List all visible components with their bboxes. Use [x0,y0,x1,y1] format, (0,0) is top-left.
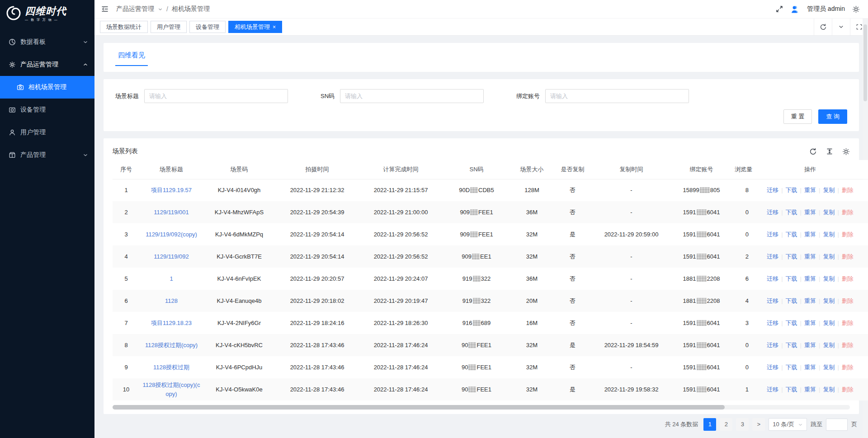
breadcrumb-parent[interactable]: 产品运营管理 [116,5,154,13]
action-download-link[interactable]: 下载 [786,342,797,349]
tabbar: 场景数据统计用户管理设备管理相机场景管理× [94,18,868,36]
action-delete-link[interactable]: 删除 [842,253,854,260]
reset-button[interactable]: 重 置 [783,109,812,124]
horizontal-scrollbar[interactable] [113,405,850,410]
tab-0[interactable]: 场景数据统计 [100,21,148,33]
action-migrate-link[interactable]: 迁移 [767,253,778,260]
filter-input-2[interactable] [545,89,689,103]
scene-title-link[interactable]: 1129/119/092(copy) [146,231,197,238]
scene-title-link[interactable]: 项目1129.18.23 [151,320,192,326]
action-copy-link[interactable]: 复制 [823,275,835,282]
filter-input-1[interactable] [340,89,484,103]
action-download-link[interactable]: 下载 [786,253,797,260]
action-delete-link[interactable]: 删除 [842,364,854,371]
action-download-link[interactable]: 下载 [786,297,797,304]
page-size-select[interactable]: 10 条/页 [769,418,807,431]
page-button-1[interactable]: 1 [703,418,716,431]
action-copy-link[interactable]: 复制 [823,342,835,349]
action-copy-link[interactable]: 复制 [823,386,835,393]
user-avatar-icon[interactable] [790,5,800,14]
action-migrate-link[interactable]: 迁移 [767,342,778,349]
action-delete-link[interactable]: 删除 [842,187,854,193]
action-delete-link[interactable]: 删除 [842,275,854,282]
filter-input-0[interactable] [144,89,288,103]
sidebar-item-camera-scene[interactable]: 相机场景管理 [0,76,94,99]
scene-title-link[interactable]: 1129/119/001 [154,209,189,216]
action-download-link[interactable]: 下载 [786,231,797,238]
action-copy-link[interactable]: 复制 [823,187,835,193]
settings-gear-icon[interactable] [852,5,860,13]
scene-title-link[interactable]: 1 [170,275,173,282]
action-copy-link[interactable]: 复制 [823,231,835,238]
sidebar-collapse-icon[interactable] [101,5,109,13]
action-recompute-link[interactable]: 重算 [804,297,816,304]
action-copy-link[interactable]: 复制 [823,297,835,304]
scene-title-link[interactable]: 1128授权过期(copy)(copy) [143,381,200,397]
tab-1[interactable]: 用户管理 [151,21,187,33]
scene-title-link[interactable]: 1128授权过期(copy) [145,342,198,349]
tab-siwei-kanjian[interactable]: 四维看见 [115,50,148,66]
action-recompute-link[interactable]: 重算 [804,342,816,349]
action-delete-link[interactable]: 删除 [842,297,854,304]
action-download-link[interactable]: 下载 [786,209,797,216]
action-recompute-link[interactable]: 重算 [804,187,816,193]
scene-title-link[interactable]: 1128 [165,297,178,304]
action-recompute-link[interactable]: 重算 [804,209,816,216]
action-download-link[interactable]: 下载 [786,187,797,193]
vertical-scrollbar-thumb[interactable] [863,24,867,101]
sidebar-item-dashboard[interactable]: 数据看板 [0,31,94,53]
action-migrate-link[interactable]: 迁移 [767,187,778,193]
scene-title-link[interactable]: 项目1129.19.57 [151,187,192,193]
scene-title-link[interactable]: 1129/119/092 [154,253,189,260]
page-button-2[interactable]: 2 [720,418,732,431]
action-migrate-link[interactable]: 迁移 [767,209,778,216]
tab-2[interactable]: 设备管理 [189,21,226,33]
scene-title-link[interactable]: 1128授权过期 [153,364,189,371]
table-settings-gear-icon[interactable] [842,148,850,155]
action-delete-link[interactable]: 删除 [842,320,854,326]
cell-views: 3 [732,312,752,334]
action-recompute-link[interactable]: 重算 [804,364,816,371]
column-height-icon[interactable] [826,148,833,155]
jump-page-input[interactable] [826,419,848,431]
action-recompute-link[interactable]: 重算 [804,320,816,326]
action-copy-link[interactable]: 复制 [823,209,835,216]
action-delete-link[interactable]: 删除 [842,209,854,216]
action-download-link[interactable]: 下载 [786,386,797,393]
action-recompute-link[interactable]: 重算 [804,253,816,260]
action-recompute-link[interactable]: 重算 [804,231,816,238]
action-recompute-link[interactable]: 重算 [804,275,816,282]
breadcrumb-current[interactable]: 相机场景管理 [172,5,210,13]
action-download-link[interactable]: 下载 [786,320,797,326]
close-icon[interactable]: × [273,24,276,30]
fullscreen-icon[interactable] [776,5,783,13]
action-copy-link[interactable]: 复制 [823,320,835,326]
sidebar-item-product-ops[interactable]: 产品运营管理 [0,53,94,76]
username[interactable]: 管理员 admin [807,5,845,13]
action-copy-link[interactable]: 复制 [823,364,835,371]
action-copy-link[interactable]: 复制 [823,253,835,260]
action-migrate-link[interactable]: 迁移 [767,231,778,238]
action-migrate-link[interactable]: 迁移 [767,297,778,304]
next-page-button[interactable]: > [752,418,765,431]
action-download-link[interactable]: 下载 [786,364,797,371]
action-migrate-link[interactable]: 迁移 [767,275,778,282]
sidebar-item-user[interactable]: 用户管理 [0,121,94,144]
query-button[interactable]: 查 询 [818,109,847,124]
action-delete-link[interactable]: 删除 [842,231,854,238]
tab-3[interactable]: 相机场景管理× [228,21,282,33]
action-migrate-link[interactable]: 迁移 [767,364,778,371]
horizontal-scrollbar-thumb[interactable] [113,405,725,410]
action-migrate-link[interactable]: 迁移 [767,320,778,326]
action-delete-link[interactable]: 删除 [842,342,854,349]
action-recompute-link[interactable]: 重算 [804,386,816,393]
sidebar-item-product[interactable]: 产品管理 [0,144,94,166]
action-delete-link[interactable]: 删除 [842,386,854,393]
action-download-link[interactable]: 下载 [786,275,797,282]
sidebar-item-device[interactable]: 设备管理 [0,99,94,121]
chevron-down-icon[interactable] [832,19,850,35]
page-button-3[interactable]: 3 [736,418,749,431]
refresh-icon[interactable] [814,19,832,35]
table-refresh-icon[interactable] [809,148,817,155]
action-migrate-link[interactable]: 迁移 [767,386,778,393]
